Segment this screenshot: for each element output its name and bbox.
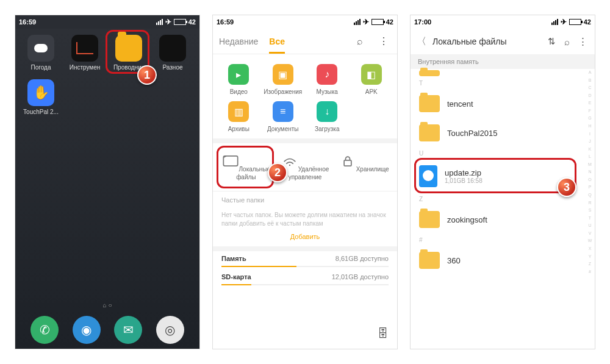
folder-icon [419, 124, 440, 141]
folder-icon [419, 211, 440, 228]
dock-browser[interactable]: ◉ [73, 316, 101, 344]
status-time: 17:00 [414, 18, 431, 26]
cat-music[interactable]: ♪Музыка [305, 64, 350, 95]
search-icon[interactable]: ⌕ [563, 35, 571, 48]
music-icon: ♪ [317, 64, 337, 85]
cat-docs[interactable]: ≡Документы [261, 101, 306, 132]
callout-marker-2: 2 [268, 163, 287, 182]
frequent-empty-text: Нет частых папок. Вы можете долгим нажат… [213, 209, 397, 233]
memory-bar-fill [221, 266, 296, 267]
misc-icon [159, 35, 186, 62]
battery-icon [569, 19, 581, 25]
svg-point-1 [289, 165, 290, 166]
status-bar: 16:59 ✈ 42 [213, 15, 397, 29]
file-icon [419, 165, 437, 187]
item-name: update.zip [445, 168, 483, 177]
svg-rect-2 [344, 160, 351, 166]
loc-label: Удалённое управление [289, 166, 329, 180]
cat-label: Загрузка [315, 126, 339, 132]
item-meta: 1,01GB 16:58 [445, 177, 483, 184]
item-name: tencent [447, 99, 473, 109]
list-item-touchpal[interactable]: TouchPal2015 [411, 118, 595, 148]
app-tools[interactable]: Инструмен [63, 32, 107, 73]
app-weather[interactable]: Погода [19, 32, 63, 73]
tab-recent[interactable]: Недавние [219, 37, 258, 46]
app-misc[interactable]: Разное [151, 32, 195, 73]
list-item-tencent[interactable]: tencent [411, 89, 595, 118]
cat-apk[interactable]: ◧APK [350, 64, 394, 95]
storage-label: Память [221, 255, 264, 262]
cat-archives[interactable]: ▥Архивы [217, 101, 261, 132]
airplane-icon: ✈ [165, 18, 171, 26]
signal-icon [156, 19, 163, 25]
storage-value: 8,61GB доступно [336, 255, 389, 262]
screenshot-file-manager: 16:59 ✈ 42 Недавние Все ⌕ ⋮ ▸Видео ▣Изоб… [212, 15, 398, 349]
document-icon: ≡ [273, 101, 293, 122]
dock-phone[interactable]: ✆ [30, 316, 59, 344]
video-icon: ▸ [228, 64, 249, 85]
loc-vault[interactable]: Хранилище [334, 151, 393, 185]
section-letter: # [411, 234, 595, 246]
cat-label: Музыка [317, 88, 338, 95]
breadcrumb[interactable]: Внутренняя память [411, 54, 595, 69]
frequent-add-button[interactable]: Добавить [213, 233, 397, 246]
more-icon[interactable]: ⋮ [577, 35, 589, 48]
image-icon: ▣ [273, 64, 293, 85]
tools-icon [71, 35, 98, 62]
folder-icon [115, 35, 142, 62]
status-bar: 17:00 ✈ 42 [411, 15, 595, 29]
touchpal-icon: ✋ [27, 79, 54, 106]
list-item-360[interactable]: 360 [411, 246, 595, 275]
battery-percent: 42 [188, 18, 196, 26]
app-touchpal[interactable]: ✋TouchPal 2... [19, 77, 63, 118]
storage-label: SD-карта [221, 273, 264, 280]
section-letter: U [411, 148, 595, 159]
cat-label: Видео [230, 88, 248, 95]
list-item[interactable] [411, 69, 595, 77]
tab-all[interactable]: Все [269, 37, 285, 46]
airplane-icon: ✈ [363, 18, 369, 26]
battery-icon [371, 19, 384, 25]
cat-label: Архивы [228, 126, 249, 132]
briefcase-icon[interactable]: 🗄 [378, 327, 389, 340]
cat-images[interactable]: ▣Изображения [261, 64, 306, 95]
storage-sd[interactable]: SD-карта 12,01GB доступно [213, 269, 397, 284]
loc-local-files[interactable]: Локальные файлы [217, 151, 276, 185]
app-label: Инструмен [70, 64, 101, 71]
status-bar: 16:59 ✈ 42 [15, 15, 199, 29]
page-indicator: ⌂ ○ [15, 302, 199, 309]
status-time: 16:59 [217, 18, 234, 26]
alpha-index[interactable]: ABCDEFGHIJKLMNOPQRSTUVWXYZ# [586, 70, 594, 274]
storage-value: 12,01GB доступно [332, 273, 389, 280]
battery-percent: 42 [584, 18, 591, 26]
sort-icon[interactable]: ⇅ [547, 35, 557, 48]
item-name: 360 [447, 256, 461, 265]
dock: ✆ ◉ ✉ ◎ [15, 316, 199, 344]
status-time: 16:59 [19, 18, 36, 26]
weather-icon [27, 35, 54, 62]
cat-download[interactable]: ↓Загрузка [305, 101, 350, 132]
file-list[interactable]: T tencent TouchPal2015 U update.zip1,01G… [411, 69, 595, 275]
tab-bar: Недавние Все ⌕ ⋮ [213, 29, 397, 54]
cat-video[interactable]: ▸Видео [217, 64, 261, 95]
search-icon[interactable]: ⌕ [354, 34, 365, 49]
storage-memory[interactable]: Память 8,61GB доступно [213, 251, 397, 266]
back-button[interactable]: 〈 [417, 35, 426, 48]
screenshot-homescreen: 16:59 ✈ 42 Погода Инструмен Проводник Ра… [15, 15, 200, 349]
more-icon[interactable]: ⋮ [376, 33, 391, 49]
callout-marker-3: 3 [557, 177, 576, 197]
app-label: Разное [162, 64, 182, 71]
dock-messages[interactable]: ✉ [114, 316, 142, 344]
page-title: Локальные файлы [432, 37, 540, 46]
folder-icon [419, 252, 440, 269]
loc-label: Локальные файлы [236, 166, 270, 180]
item-name: TouchPal2015 [447, 129, 497, 138]
list-item-zookingsoft[interactable]: zookingsoft [411, 205, 595, 234]
frequent-title: Частые папки [213, 191, 397, 209]
screenshot-file-list: 17:00 ✈ 42 〈 Локальные файлы ⇅ ⌕ ⋮ Внутр… [410, 15, 595, 349]
app-label: Погода [31, 64, 51, 71]
dock-camera[interactable]: ◎ [156, 316, 184, 344]
airplane-icon: ✈ [561, 18, 567, 26]
apk-icon: ◧ [361, 64, 382, 85]
cat-label: APK [365, 88, 378, 95]
